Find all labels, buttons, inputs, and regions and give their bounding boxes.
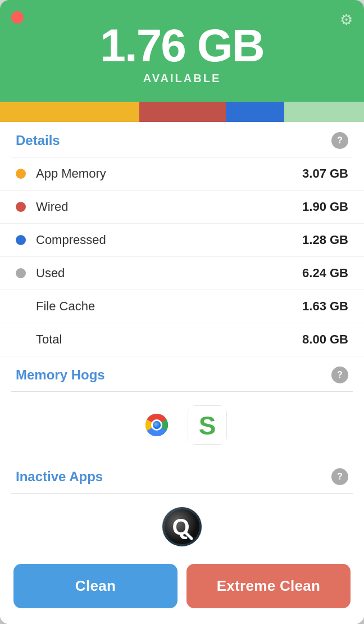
bar-wired <box>139 102 226 122</box>
clean-button[interactable]: Clean <box>13 564 178 608</box>
hogs-apps: S <box>0 392 364 458</box>
dot-total-empty <box>16 334 26 345</box>
bar-app-memory <box>0 102 139 122</box>
value-total: 8.00 GB <box>302 332 348 347</box>
window-controls <box>11 11 24 24</box>
inactive-title: Inactive Apps <box>16 469 103 485</box>
row-compressed: Compressed 1.28 GB <box>0 224 364 257</box>
main-window: ⚙ 1.76 GB AVAILABLE Details ? App Memory… <box>0 0 364 624</box>
settings-icon[interactable]: ⚙ <box>340 11 353 29</box>
inactive-help-icon[interactable]: ? <box>331 468 348 485</box>
dot-file-cache-empty <box>16 301 26 311</box>
header: ⚙ 1.76 GB AVAILABLE <box>0 0 364 102</box>
label-app-memory: App Memory <box>36 166 302 181</box>
label-total: Total <box>36 332 302 347</box>
label-used: Used <box>36 266 302 281</box>
label-compressed: Compressed <box>36 233 302 247</box>
hogs-title: Memory Hogs <box>16 367 105 383</box>
details-title: Details <box>16 133 60 148</box>
extreme-clean-button[interactable]: Extreme Clean <box>186 564 351 608</box>
details-section-header: Details ? <box>0 122 364 157</box>
label-file-cache: File Cache <box>36 299 302 314</box>
hogs-section-header: Memory Hogs ? <box>0 356 364 391</box>
close-button[interactable] <box>11 11 24 24</box>
memory-bar <box>0 102 364 122</box>
dot-app-memory <box>16 169 26 179</box>
dot-compressed <box>16 235 26 245</box>
bar-available <box>284 102 364 122</box>
slash-app-icon[interactable]: S <box>188 405 227 445</box>
available-label: AVAILABLE <box>11 72 353 85</box>
value-wired: 1.90 GB <box>302 200 348 214</box>
value-file-cache: 1.63 GB <box>302 299 348 314</box>
row-total: Total 8.00 GB <box>0 323 364 356</box>
dot-wired <box>16 202 26 212</box>
svg-text:S: S <box>199 411 216 440</box>
action-buttons: Clean Extreme Clean <box>0 553 364 624</box>
bar-compressed <box>226 102 284 122</box>
available-amount: 1.76 GB <box>11 22 353 69</box>
value-compressed: 1.28 GB <box>302 233 348 247</box>
inactive-apps: Q <box>0 494 364 553</box>
row-app-memory: App Memory 3.07 GB <box>0 157 364 191</box>
inactive-section-header: Inactive Apps ? <box>0 458 364 493</box>
row-file-cache: File Cache 1.63 GB <box>0 290 364 323</box>
value-app-memory: 3.07 GB <box>302 166 348 181</box>
details-help-icon[interactable]: ? <box>331 132 348 149</box>
value-used: 6.24 GB <box>302 266 348 281</box>
svg-point-6 <box>153 421 161 429</box>
hogs-help-icon[interactable]: ? <box>331 367 348 383</box>
dot-used <box>16 268 26 278</box>
content-area: Details ? App Memory 3.07 GB Wired 1.90 … <box>0 122 364 553</box>
row-wired: Wired 1.90 GB <box>0 191 364 224</box>
label-wired: Wired <box>36 200 302 214</box>
chrome-app-icon[interactable] <box>137 405 176 445</box>
row-used: Used 6.24 GB <box>0 257 364 290</box>
quicktime-app-icon[interactable]: Q <box>162 507 202 546</box>
